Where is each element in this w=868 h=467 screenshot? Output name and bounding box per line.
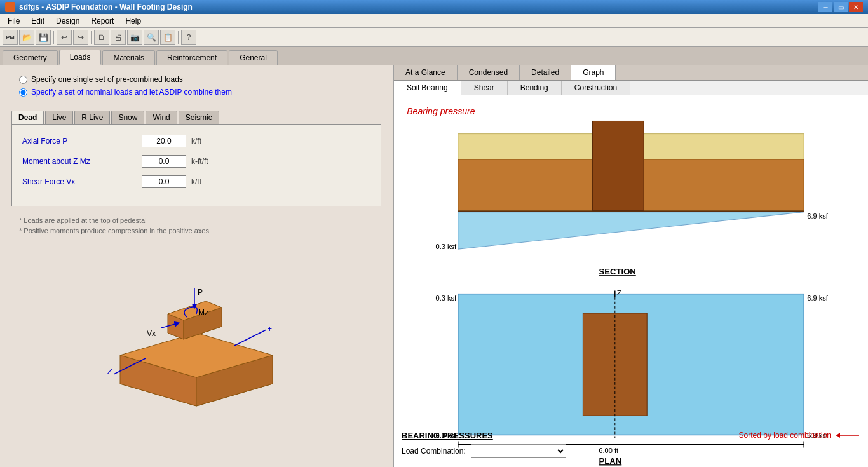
svg-text:6.9 ksf: 6.9 ksf xyxy=(807,212,829,220)
graph-sub-tabs: Soil Bearing Shear Bending Construction xyxy=(394,81,868,95)
close-button[interactable]: ✕ xyxy=(849,2,863,12)
menu-file[interactable]: File xyxy=(3,15,25,27)
diagram-area: Z + P Mz Vx xyxy=(6,237,386,461)
shear-label: Shear Force Vx xyxy=(22,177,137,186)
moment-input[interactable] xyxy=(142,155,186,168)
menu-report[interactable]: Report xyxy=(86,15,119,27)
toolbar-help[interactable]: ? xyxy=(181,30,196,45)
svg-text:P: P xyxy=(198,288,203,297)
radio-group: Specify one single set of pre-combined l… xyxy=(6,71,386,100)
svg-text:Bearing pressure: Bearing pressure xyxy=(407,106,475,116)
load-tabs: Dead Live R Live Snow Wind Seismic xyxy=(6,111,386,124)
title-bar: sdfgs - ASDIP Foundation - Wall Footing … xyxy=(0,0,868,14)
subtab-construction[interactable]: Construction xyxy=(562,81,630,95)
window-controls: ─ ▭ ✕ xyxy=(818,2,863,12)
radio-single[interactable] xyxy=(19,76,27,84)
radio-nominal[interactable] xyxy=(19,88,27,97)
isometric-diagram: Z + P Mz Vx xyxy=(95,282,298,416)
tab-reinforcement[interactable]: Reinforcement xyxy=(156,50,227,65)
graph-content: Bearing pressure 0.3 ksf 6.9 ksf SECTION xyxy=(394,95,868,467)
notes: * Loads are applied at the top of pedest… xyxy=(6,217,386,237)
load-combo-row: Load Combination: xyxy=(394,440,868,462)
toolbar-new[interactable]: 🗋 xyxy=(94,30,109,45)
load-tab-seismic[interactable]: Seismic xyxy=(179,111,219,124)
svg-marker-22 xyxy=(458,212,804,249)
menu-bar: File Edit Design Report Help xyxy=(0,14,868,28)
svg-text:6.9 ksf: 6.9 ksf xyxy=(807,294,829,302)
sorted-label: Sorted by load combination xyxy=(739,431,831,440)
load-tab-wind[interactable]: Wind xyxy=(146,111,177,124)
main-content: Specify one single set of pre-combined l… xyxy=(0,65,868,467)
svg-text:SECTION: SECTION xyxy=(599,267,636,276)
radio-row-single: Specify one single set of pre-combined l… xyxy=(19,75,374,84)
load-combo-select[interactable] xyxy=(471,444,566,458)
menu-design[interactable]: Design xyxy=(51,15,85,27)
toolbar-screenshot[interactable]: 📷 xyxy=(127,30,142,45)
minimize-button[interactable]: ─ xyxy=(818,2,832,12)
axial-label: Axial Force P xyxy=(22,137,137,146)
tab-materials[interactable]: Materials xyxy=(102,50,155,65)
toolbar-undo[interactable]: ↩ xyxy=(57,30,72,45)
svg-text:Z: Z xyxy=(617,289,621,297)
radio-nominal-label: Specify a set of nominal loads and let A… xyxy=(31,88,232,97)
subtab-soil-bearing[interactable]: Soil Bearing xyxy=(394,81,461,95)
toolbar: PM 📂 💾 ↩ ↪ 🗋 🖨 📷 🔍 📋 ? xyxy=(0,28,868,47)
tab-condensed[interactable]: Condensed xyxy=(458,65,520,80)
svg-text:Mz: Mz xyxy=(198,308,208,317)
load-tab-dead[interactable]: Dead xyxy=(11,111,44,124)
tab-graph[interactable]: Graph xyxy=(571,65,616,80)
svg-rect-20 xyxy=(593,121,644,210)
form-row-moment: Moment about Z Mz k-ft/ft xyxy=(22,155,370,168)
toolbar-copy[interactable]: 📋 xyxy=(160,30,175,45)
menu-help[interactable]: Help xyxy=(120,15,146,27)
axial-input[interactable] xyxy=(142,135,186,147)
radio-single-label: Specify one single set of pre-combined l… xyxy=(31,75,183,84)
menu-edit[interactable]: Edit xyxy=(26,15,50,27)
note-2: * Positive moments produce compression i… xyxy=(19,227,374,234)
right-top-tabs: At a Glance Condensed Detailed Graph xyxy=(394,65,868,81)
form-row-axial: Axial Force P k/ft xyxy=(22,135,370,147)
svg-line-10 xyxy=(234,330,266,346)
shear-input[interactable] xyxy=(142,175,186,188)
load-tab-live[interactable]: Live xyxy=(45,111,73,124)
subtab-shear[interactable]: Shear xyxy=(461,81,508,95)
load-combo-label: Load Combination: xyxy=(402,447,466,456)
subtab-bending[interactable]: Bending xyxy=(508,81,562,95)
toolbar-zoom[interactable]: 🔍 xyxy=(144,30,159,45)
radio-row-nominal: Specify a set of nominal loads and let A… xyxy=(19,88,374,97)
toolbar-redo[interactable]: ↪ xyxy=(73,30,88,45)
sorted-arrow xyxy=(835,430,860,440)
load-tab-snow[interactable]: Snow xyxy=(111,111,144,124)
load-tab-rlive[interactable]: R Live xyxy=(74,111,110,124)
toolbar-save[interactable]: 💾 xyxy=(36,30,51,45)
axial-unit: k/ft xyxy=(191,137,201,146)
svg-text:0.3 ksf: 0.3 ksf xyxy=(436,243,458,250)
moment-label: Moment about Z Mz xyxy=(22,157,137,166)
svg-marker-41 xyxy=(836,433,840,438)
moment-unit: k-ft/ft xyxy=(191,157,208,166)
form-row-shear: Shear Force Vx k/ft xyxy=(22,175,370,188)
app-icon xyxy=(5,2,15,12)
tab-detailed[interactable]: Detailed xyxy=(520,65,571,80)
bearing-pressures-label: BEARING PRESSURES xyxy=(402,431,493,440)
toolbar-open[interactable]: 📂 xyxy=(19,30,34,45)
shear-unit: k/ft xyxy=(191,177,201,186)
left-panel: Specify one single set of pre-combined l… xyxy=(0,65,394,467)
toolbar-print[interactable]: 🖨 xyxy=(111,30,126,45)
bearing-pressure-diagram: Bearing pressure 0.3 ksf 6.9 ksf SECTION xyxy=(394,95,868,467)
svg-text:0.3 ksf: 0.3 ksf xyxy=(436,294,458,302)
note-1: * Loads are applied at the top of pedest… xyxy=(19,217,374,224)
svg-text:Z: Z xyxy=(107,367,112,376)
load-content: Axial Force P k/ft Moment about Z Mz k-f… xyxy=(11,124,381,206)
tab-geometry[interactable]: Geometry xyxy=(3,50,58,65)
svg-text:Vx: Vx xyxy=(147,329,156,338)
window-title: sdfgs - ASDIP Foundation - Wall Footing … xyxy=(19,3,193,11)
tab-loads[interactable]: Loads xyxy=(59,50,102,65)
tab-at-a-glance[interactable]: At a Glance xyxy=(394,65,458,80)
tab-general[interactable]: General xyxy=(229,50,278,65)
toolbar-pm[interactable]: PM xyxy=(3,30,18,45)
right-panel: At a Glance Condensed Detailed Graph Soi… xyxy=(394,65,868,467)
main-tabs: Geometry Loads Materials Reinforcement G… xyxy=(0,47,868,65)
svg-text:+: + xyxy=(268,325,272,334)
restore-button[interactable]: ▭ xyxy=(834,2,848,12)
